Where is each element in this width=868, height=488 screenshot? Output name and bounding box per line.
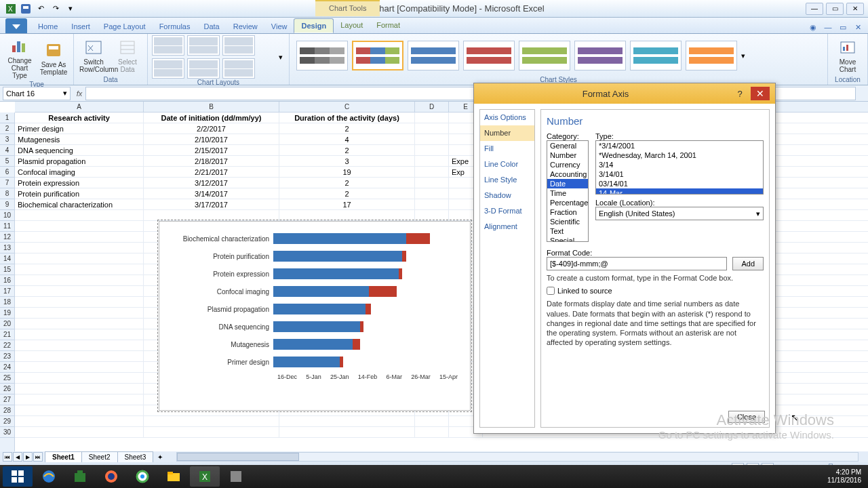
chart-layouts-gallery[interactable] <box>152 35 274 79</box>
cell[interactable] <box>15 384 144 394</box>
minimize-button[interactable]: — <box>806 3 823 15</box>
gantt-bar-duration[interactable] <box>369 286 397 297</box>
tab-format[interactable]: Format <box>370 18 407 33</box>
cell[interactable] <box>279 416 415 426</box>
tab-data[interactable]: Data <box>197 20 226 33</box>
row-header[interactable]: 1 <box>0 113 14 123</box>
cell[interactable] <box>15 243 144 253</box>
cell[interactable]: 2/10/2017 <box>144 134 279 144</box>
horizontal-scrollbar[interactable] <box>176 452 859 462</box>
cell[interactable] <box>15 221 144 231</box>
gantt-bar-duration[interactable] <box>399 268 402 279</box>
switch-row-column-button[interactable]: Switch Row/Column <box>78 37 109 75</box>
taskbar-ie-icon[interactable] <box>34 466 64 487</box>
gantt-bar-duration[interactable] <box>340 357 343 367</box>
category-option[interactable]: Percentage <box>547 198 588 207</box>
cell[interactable] <box>415 167 449 177</box>
row-header[interactable]: 22 <box>0 340 14 351</box>
gantt-bar-offset[interactable] <box>273 321 360 332</box>
linked-to-source-checkbox[interactable]: Linked to source <box>547 287 764 295</box>
cell[interactable]: Research activity <box>15 113 144 123</box>
taskbar-excel-icon[interactable]: X <box>190 466 220 487</box>
type-listbox[interactable]: *3/14/2001*Wednesday, March 14, 20013/14… <box>595 140 764 195</box>
chart-style-6[interactable] <box>574 41 626 70</box>
cell[interactable] <box>415 416 449 426</box>
cell[interactable]: 2/21/2017 <box>144 167 279 177</box>
layouts-more-icon[interactable]: ▾ <box>277 53 285 62</box>
chart-style-1[interactable] <box>296 41 348 70</box>
chart-style-7[interactable] <box>630 41 682 70</box>
tab-layout[interactable]: Layout <box>334 18 370 33</box>
dialog-nav-axis-options[interactable]: Axis Options <box>480 110 534 125</box>
cell[interactable]: 17 <box>279 199 415 209</box>
cell[interactable] <box>15 416 144 426</box>
taskbar-store-icon[interactable] <box>65 466 95 487</box>
cell[interactable] <box>15 319 144 329</box>
cell[interactable] <box>415 178 449 188</box>
type-option[interactable]: 03/14/01 <box>596 179 763 188</box>
category-option[interactable]: Currency <box>547 160 588 169</box>
row-header[interactable]: 10 <box>0 210 14 221</box>
select-data-button[interactable]: Select Data <box>112 37 143 75</box>
cell[interactable] <box>144 416 279 426</box>
cell[interactable] <box>144 427 279 437</box>
file-button[interactable] <box>5 18 27 33</box>
dialog-nav-shadow[interactable]: Shadow <box>480 188 534 203</box>
col-header[interactable]: B <box>144 102 279 112</box>
type-option[interactable]: 14-Mar <box>596 188 763 195</box>
row-header[interactable]: 2 <box>0 123 14 134</box>
cell[interactable] <box>415 427 449 437</box>
dialog-nav-3-d-format[interactable]: 3-D Format <box>480 203 534 219</box>
chart-style-4[interactable] <box>463 41 515 70</box>
dialog-nav-fill[interactable]: Fill <box>480 141 534 157</box>
move-chart-button[interactable]: Move Chart <box>832 37 863 75</box>
row-header[interactable]: 20 <box>0 319 14 329</box>
dialog-close-x-button[interactable]: ✕ <box>751 87 770 100</box>
type-option[interactable]: 3/14 <box>596 160 763 169</box>
sheet-tab-sheet3[interactable]: Sheet3 <box>117 451 154 462</box>
maximize-button[interactable]: ▭ <box>826 3 844 15</box>
restore-button[interactable]: ▭ <box>837 21 849 33</box>
cell[interactable]: 2/2/2017 <box>144 123 279 134</box>
cell[interactable]: 2 <box>279 145 415 155</box>
cell[interactable]: 3 <box>279 156 415 166</box>
cell[interactable]: Protein expression <box>15 178 144 188</box>
row-header[interactable]: 17 <box>0 286 14 297</box>
cell[interactable]: Mutagenesis <box>15 134 144 144</box>
taskbar-explorer-icon[interactable] <box>159 466 189 487</box>
styles-more-icon[interactable]: ▾ <box>741 52 749 60</box>
cell[interactable]: 2 <box>279 178 415 188</box>
tab-nav-prev[interactable]: ◀ <box>13 452 22 462</box>
gantt-bar-offset[interactable] <box>273 268 399 279</box>
cell[interactable] <box>15 329 144 340</box>
sheet-tab-sheet2[interactable]: Sheet2 <box>81 451 118 462</box>
cell[interactable] <box>15 286 144 296</box>
save-as-template-button[interactable]: Save As Template <box>38 39 69 77</box>
row-header[interactable]: 27 <box>0 394 14 405</box>
cell[interactable] <box>415 199 449 209</box>
tab-insert[interactable]: Insert <box>64 20 97 33</box>
cell[interactable]: Protein purification <box>15 188 144 199</box>
taskbar-clock[interactable]: 4:20 PM11/18/2016 <box>827 468 865 485</box>
tab-design[interactable]: Design <box>294 18 334 33</box>
type-option[interactable]: 3/14/01 <box>596 169 763 179</box>
chart-style-2[interactable] <box>352 41 403 70</box>
category-option[interactable]: Fraction <box>547 207 588 217</box>
cell[interactable]: Duration of the activity (days) <box>279 113 415 123</box>
fx-icon[interactable]: fx <box>73 89 85 98</box>
row-header[interactable]: 7 <box>0 178 14 188</box>
name-box[interactable]: Chart 16▾ <box>3 87 71 100</box>
cell[interactable]: DNA sequencing <box>15 145 144 155</box>
cell[interactable] <box>415 145 449 155</box>
gantt-bar-offset[interactable] <box>273 304 366 314</box>
cell[interactable]: 2/18/2017 <box>144 156 279 166</box>
cell[interactable] <box>415 134 449 144</box>
cell[interactable] <box>415 113 449 123</box>
category-option[interactable]: Time <box>547 188 588 198</box>
gantt-bar-duration[interactable] <box>402 251 406 262</box>
category-option[interactable]: Special <box>547 236 588 242</box>
tab-review[interactable]: Review <box>226 20 264 33</box>
dialog-nav-line-style[interactable]: Line Style <box>480 172 534 188</box>
cell[interactable]: Biochemical characterization <box>15 199 144 209</box>
cell[interactable]: 19 <box>279 167 415 177</box>
